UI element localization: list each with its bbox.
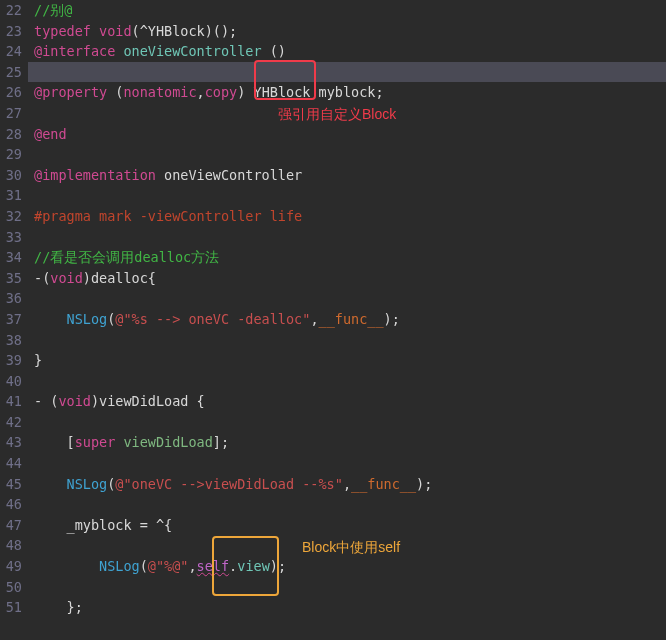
code-line: NSLog(@"%@",self.view); [34,556,666,577]
line-number: 29 [0,144,22,165]
line-number: 43 [0,432,22,453]
code-line: } [34,350,666,371]
brace: }; [67,599,83,615]
bracket: ]; [213,434,229,450]
class-name: oneViewController [156,167,302,183]
string-literal: @"%s --> oneVC -dealloc" [115,311,310,327]
comma: , [310,311,318,327]
keyword-implementation: @implementation [34,167,156,183]
annotation-box-self [212,536,279,596]
keyword-void: void [58,393,91,409]
code-line-empty [34,371,666,392]
line-number: 33 [0,227,22,248]
line-number: 51 [0,597,22,618]
paren: ) [91,393,99,409]
annotation-box-copy [254,60,316,100]
comment: //看是否会调用dealloc方法 [34,249,219,265]
fn-nslog: NSLog [67,476,108,492]
keyword-end: @end [34,126,67,142]
fn-nslog: NSLog [67,311,108,327]
method-name: viewDidLoad { [99,393,205,409]
class-name: oneViewController [123,43,261,59]
code-line: NSLog(@"oneVC -->viewDidLoad --%s",__fun… [34,474,666,495]
code-line: NSLog(@"%s --> oneVC -dealloc",__func__)… [34,309,666,330]
line-number: 34 [0,247,22,268]
line-number: 26 [0,82,22,103]
code-line-empty [34,62,666,83]
code-line: -(void)dealloc{ [34,268,666,289]
code-line-empty [34,453,666,474]
code-line: typedef void(^YHBlock)(); [34,21,666,42]
assign: = ^{ [132,517,173,533]
line-number: 41 [0,391,22,412]
parens: () [262,43,286,59]
brace: } [34,352,42,368]
code-line-empty [34,412,666,433]
code-line-empty [34,144,666,165]
line-number: 28 [0,124,22,145]
code-line: @end [34,124,666,145]
dash: - [34,393,50,409]
paren: ) [83,270,91,286]
code-line: @implementation oneViewController [34,165,666,186]
paren: ) [237,84,253,100]
selector: viewDidLoad [115,434,213,450]
code-line: - (void)viewDidLoad { [34,391,666,412]
line-number: 42 [0,412,22,433]
line-number: 38 [0,330,22,351]
line-number: 44 [0,453,22,474]
paren: ( [107,84,123,100]
comma: , [188,558,196,574]
line-number: 49 [0,556,22,577]
comma: , [197,84,205,100]
ivar-name: myblock; [310,84,383,100]
block-decl: (^YHBlock)(); [132,23,238,39]
code-line-empty [34,288,666,309]
code-line: @interface oneViewController () [34,41,666,62]
line-number: 36 [0,288,22,309]
keyword-void: void [99,23,132,39]
line-number: 25 [0,62,22,83]
line-number: 50 [0,577,22,598]
keyword-void: void [50,270,83,286]
string-literal: @"oneVC -->viewDidLoad --%s" [115,476,343,492]
code-line-empty [34,227,666,248]
line-number: 23 [0,21,22,42]
line-number: 47 [0,515,22,536]
code-line-empty [34,577,666,598]
line-number: 27 [0,103,22,124]
pragma-mark: #pragma mark -viewController life [34,208,302,224]
macro-func: __func__ [319,311,384,327]
code-line-empty [34,330,666,351]
paren: ); [416,476,432,492]
line-number: 39 [0,350,22,371]
line-number: 32 [0,206,22,227]
annotation-label-blockself: Block中使用self [302,537,400,558]
code-line: @property (nonatomic,copy) YHBlock myblo… [34,82,666,103]
line-number: 24 [0,41,22,62]
code-line-empty [34,494,666,515]
line-number: 40 [0,371,22,392]
line-number: 30 [0,165,22,186]
attr-nonatomic: nonatomic [123,84,196,100]
code-line: [super viewDidLoad]; [34,432,666,453]
bracket: [ [67,434,75,450]
code-line: //别@ [34,0,666,21]
fn-nslog: NSLog [99,558,140,574]
method-name: dealloc{ [91,270,156,286]
code-line: _myblock = ^{ [34,515,666,536]
attr-copy: copy [205,84,238,100]
keyword-property: @property [34,84,107,100]
code-line: #pragma mark -viewController life [34,206,666,227]
line-number: 45 [0,474,22,495]
line-number: 46 [0,494,22,515]
comment: //别@ [34,2,72,18]
keyword-typedef: typedef [34,23,91,39]
macro-func: __func__ [351,476,416,492]
code-line: }; [34,597,666,618]
line-number: 35 [0,268,22,289]
paren: ); [384,311,400,327]
line-number-gutter: 2223242526272829303132333435363738394041… [0,0,28,618]
ivar: _myblock [67,517,132,533]
annotation-label-strongref: 强引用自定义Block [278,104,396,125]
